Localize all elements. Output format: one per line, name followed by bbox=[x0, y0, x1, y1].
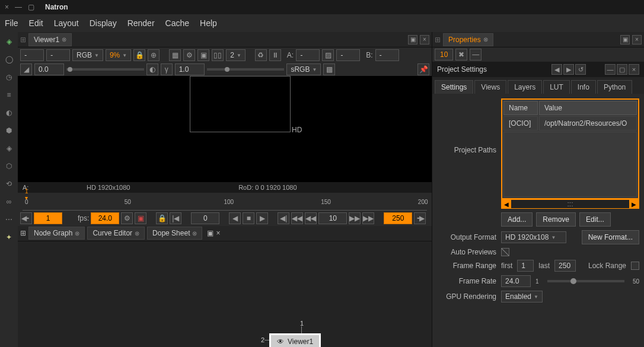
edit-button[interactable]: Edit... bbox=[579, 212, 611, 227]
tool-channel-icon[interactable]: ≡ bbox=[2, 88, 16, 102]
tool-other-icon[interactable]: ⋯ bbox=[2, 212, 16, 227]
project-paths-table[interactable]: Name Value [OCIO] /opt/Natron2/Resources… bbox=[501, 98, 639, 199]
close-pane-icon[interactable]: × bbox=[632, 35, 642, 44]
colorspace-select[interactable]: sRGB▼ bbox=[286, 63, 321, 75]
clear-panels-icon[interactable]: ✖ bbox=[455, 49, 467, 61]
settings-icon[interactable]: ⚙ bbox=[183, 49, 195, 61]
auto-contrast-icon[interactable]: ◐ bbox=[146, 63, 158, 75]
frame-rate-slider[interactable] bbox=[547, 280, 624, 282]
current-frame-field[interactable]: 0 bbox=[191, 212, 219, 224]
proxy-level-select[interactable]: 2▼ bbox=[226, 49, 246, 61]
output-format-select[interactable]: HD 1920x108▼ bbox=[501, 231, 566, 243]
scroll-left-icon[interactable]: ◀ bbox=[502, 200, 511, 208]
ptab-layers[interactable]: Layers bbox=[508, 80, 542, 94]
pin-icon[interactable]: 📌 bbox=[417, 63, 429, 75]
tab-node-graph[interactable]: Node Graph⊗ bbox=[28, 227, 85, 240]
frame-rate-field[interactable]: 24.0 bbox=[501, 275, 531, 287]
menu-help[interactable]: Help bbox=[200, 18, 217, 28]
ptab-settings[interactable]: Settings bbox=[435, 80, 473, 94]
layer-select[interactable]: - bbox=[20, 49, 44, 61]
gamma-field[interactable]: 1.0 bbox=[175, 63, 205, 75]
redo-icon[interactable]: ▶ bbox=[563, 64, 574, 75]
ptab-python[interactable]: Python bbox=[597, 80, 632, 94]
minimize-window-icon[interactable]: — bbox=[15, 3, 22, 11]
tab-viewer1[interactable]: Viewer1 ⊗ bbox=[28, 33, 72, 46]
pane-grip-icon[interactable]: ⊞ bbox=[20, 229, 26, 237]
maximize-window-icon[interactable]: ▢ bbox=[28, 3, 34, 11]
float-pane-icon[interactable]: ▣ bbox=[207, 229, 213, 237]
increment-field[interactable]: 10 bbox=[318, 212, 347, 224]
next-increment-icon[interactable]: ▶▶ bbox=[349, 212, 361, 224]
close-pane-icon[interactable]: × bbox=[216, 229, 220, 237]
close-panel-icon[interactable]: × bbox=[629, 64, 639, 75]
close-icon[interactable]: ⊗ bbox=[135, 230, 139, 237]
menu-display[interactable]: Display bbox=[90, 18, 117, 28]
tool-keyer-icon[interactable]: ◈ bbox=[2, 141, 16, 155]
in-frame-field[interactable]: 1 bbox=[34, 212, 62, 224]
tool-filter-icon[interactable]: ⬢ bbox=[2, 123, 16, 138]
gain-field[interactable]: 0.0 bbox=[34, 63, 64, 75]
render-stats-icon[interactable]: ▦ bbox=[169, 49, 181, 61]
input-b-select[interactable]: - bbox=[375, 49, 399, 61]
set-out-icon[interactable]: ╺▶ bbox=[414, 212, 426, 224]
pause-icon[interactable]: ⏸ bbox=[269, 49, 281, 61]
tool-extra-icon[interactable]: ✦ bbox=[2, 230, 16, 244]
max-panels-field[interactable]: 10 bbox=[435, 49, 453, 61]
gain-toggle-icon[interactable]: ◢ bbox=[20, 63, 32, 75]
new-format-button[interactable]: New Format... bbox=[582, 230, 639, 244]
gamma-toggle-icon[interactable]: γ bbox=[161, 63, 173, 75]
scroll-right-icon[interactable]: ▶ bbox=[629, 200, 639, 208]
pane-grip-icon[interactable]: ⊞ bbox=[435, 36, 441, 44]
auto-previews-checkbox[interactable] bbox=[501, 248, 509, 256]
play-backward-icon[interactable]: ◀ bbox=[229, 212, 241, 224]
tab-properties[interactable]: Properties ⊗ bbox=[443, 33, 493, 46]
play-forward-icon[interactable]: ▶ bbox=[256, 212, 268, 224]
close-icon[interactable]: ⊗ bbox=[62, 36, 66, 43]
menu-cache[interactable]: Cache bbox=[165, 18, 189, 28]
prev-increment-icon[interactable]: ◀◀ bbox=[305, 212, 317, 224]
wipe-icon[interactable]: ▨ bbox=[322, 49, 334, 61]
channels-select[interactable]: RGB▼ bbox=[72, 49, 103, 61]
next-frame-icon[interactable]: ▶▶ bbox=[362, 212, 374, 224]
pane-grip-icon[interactable]: ⊞ bbox=[20, 36, 26, 44]
fullframe-icon[interactable]: ▣ bbox=[197, 49, 209, 61]
add-button[interactable]: Add... bbox=[501, 212, 533, 227]
close-icon[interactable]: ⊗ bbox=[192, 230, 197, 237]
tab-curve-editor[interactable]: Curve Editor⊗ bbox=[87, 227, 145, 240]
ptab-lut[interactable]: LUT bbox=[543, 80, 570, 94]
float-pane-icon[interactable]: ▣ bbox=[620, 35, 630, 44]
viewer-canvas[interactable]: HD bbox=[18, 76, 432, 182]
gamma-slider[interactable] bbox=[207, 68, 285, 71]
tab-dope-sheet[interactable]: Dope Sheet⊗ bbox=[147, 227, 202, 240]
blend-select[interactable]: - bbox=[336, 49, 360, 61]
timeline[interactable]: 1▾ 0 50 100 150 200 bbox=[18, 193, 432, 211]
lock-range-checkbox[interactable] bbox=[631, 262, 639, 270]
alpha-channel-select[interactable]: - bbox=[46, 49, 70, 61]
prev-frame-icon[interactable]: ◀◀ bbox=[291, 212, 303, 224]
help-icon[interactable]: — bbox=[605, 64, 616, 75]
close-window-icon[interactable]: × bbox=[5, 3, 9, 11]
loop-mode-icon[interactable]: 🔒 bbox=[156, 212, 168, 224]
table-row[interactable]: [OCIO] /opt/Natron2/Resources/O bbox=[503, 116, 637, 130]
tool-color-icon[interactable]: ◐ bbox=[2, 106, 16, 120]
first-frame-field[interactable]: 1 bbox=[517, 260, 534, 272]
gpu-rendering-select[interactable]: Enabled▼ bbox=[501, 291, 543, 303]
out-frame-field[interactable]: 250 bbox=[384, 212, 412, 224]
proxy-icon[interactable]: ⊕ bbox=[148, 49, 160, 61]
tool-draw-icon[interactable]: ◯ bbox=[2, 52, 16, 66]
restore-defaults-icon[interactable]: ↺ bbox=[575, 64, 586, 75]
table-scrollbar[interactable]: ◀ ::: ▶ bbox=[501, 199, 639, 209]
float-panel-icon[interactable]: ▢ bbox=[617, 64, 627, 75]
turbo-icon[interactable]: ▣ bbox=[135, 212, 146, 224]
set-in-icon[interactable]: ◀╸ bbox=[20, 212, 32, 224]
tool-time-icon[interactable]: ◷ bbox=[2, 70, 16, 84]
remove-button[interactable]: Remove bbox=[536, 212, 576, 227]
float-pane-icon[interactable]: ▣ bbox=[408, 35, 417, 44]
menu-layout[interactable]: Layout bbox=[54, 18, 79, 28]
input-a-select[interactable]: - bbox=[296, 49, 320, 61]
ptab-info[interactable]: Info bbox=[571, 80, 596, 94]
zoom-select[interactable]: 9%▼ bbox=[106, 49, 131, 61]
menu-edit[interactable]: Edit bbox=[29, 18, 43, 28]
stop-icon[interactable]: ■ bbox=[243, 212, 254, 224]
minimize-panels-icon[interactable]: — bbox=[470, 49, 482, 61]
